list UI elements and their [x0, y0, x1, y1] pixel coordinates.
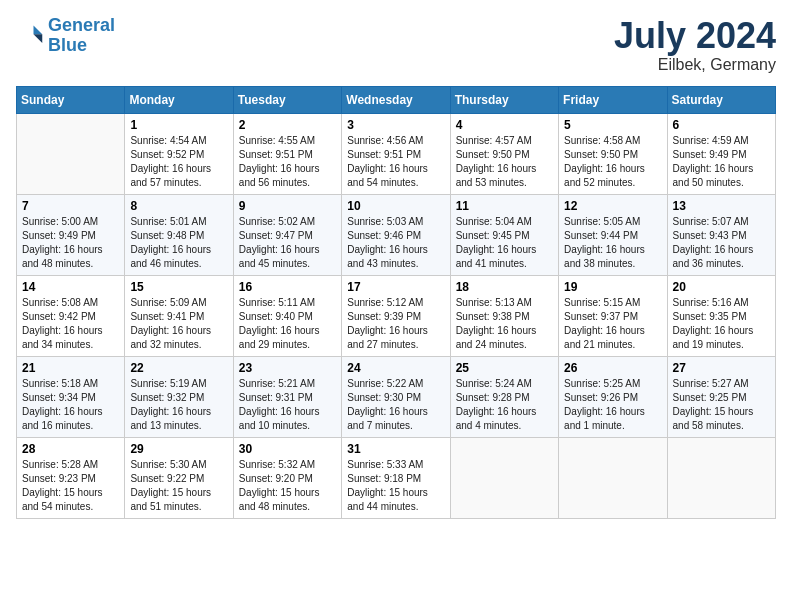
day-content: Sunrise: 5:33 AM Sunset: 9:18 PM Dayligh…	[347, 458, 444, 514]
day-number: 21	[22, 361, 119, 375]
day-content: Sunrise: 4:56 AM Sunset: 9:51 PM Dayligh…	[347, 134, 444, 190]
day-content: Sunrise: 5:12 AM Sunset: 9:39 PM Dayligh…	[347, 296, 444, 352]
calendar-cell: 31Sunrise: 5:33 AM Sunset: 9:18 PM Dayli…	[342, 437, 450, 518]
calendar-cell: 15Sunrise: 5:09 AM Sunset: 9:41 PM Dayli…	[125, 275, 233, 356]
calendar-cell: 25Sunrise: 5:24 AM Sunset: 9:28 PM Dayli…	[450, 356, 558, 437]
day-content: Sunrise: 5:01 AM Sunset: 9:48 PM Dayligh…	[130, 215, 227, 271]
day-content: Sunrise: 5:22 AM Sunset: 9:30 PM Dayligh…	[347, 377, 444, 433]
weekday-header-cell: Wednesday	[342, 86, 450, 113]
calendar-cell: 18Sunrise: 5:13 AM Sunset: 9:38 PM Dayli…	[450, 275, 558, 356]
day-content: Sunrise: 5:00 AM Sunset: 9:49 PM Dayligh…	[22, 215, 119, 271]
day-number: 12	[564, 199, 661, 213]
day-number: 9	[239, 199, 336, 213]
day-number: 8	[130, 199, 227, 213]
calendar-week-row: 21Sunrise: 5:18 AM Sunset: 9:34 PM Dayli…	[17, 356, 776, 437]
weekday-header-cell: Sunday	[17, 86, 125, 113]
day-number: 23	[239, 361, 336, 375]
day-content: Sunrise: 5:11 AM Sunset: 9:40 PM Dayligh…	[239, 296, 336, 352]
day-content: Sunrise: 5:09 AM Sunset: 9:41 PM Dayligh…	[130, 296, 227, 352]
weekday-header-cell: Monday	[125, 86, 233, 113]
calendar-cell: 1Sunrise: 4:54 AM Sunset: 9:52 PM Daylig…	[125, 113, 233, 194]
day-number: 25	[456, 361, 553, 375]
calendar-cell: 11Sunrise: 5:04 AM Sunset: 9:45 PM Dayli…	[450, 194, 558, 275]
calendar-cell: 20Sunrise: 5:16 AM Sunset: 9:35 PM Dayli…	[667, 275, 775, 356]
calendar-cell: 14Sunrise: 5:08 AM Sunset: 9:42 PM Dayli…	[17, 275, 125, 356]
day-content: Sunrise: 5:21 AM Sunset: 9:31 PM Dayligh…	[239, 377, 336, 433]
day-content: Sunrise: 5:27 AM Sunset: 9:25 PM Dayligh…	[673, 377, 770, 433]
location: Eilbek, Germany	[614, 56, 776, 74]
calendar-week-row: 7Sunrise: 5:00 AM Sunset: 9:49 PM Daylig…	[17, 194, 776, 275]
day-content: Sunrise: 5:19 AM Sunset: 9:32 PM Dayligh…	[130, 377, 227, 433]
month-title: July 2024	[614, 16, 776, 56]
day-number: 4	[456, 118, 553, 132]
day-content: Sunrise: 5:05 AM Sunset: 9:44 PM Dayligh…	[564, 215, 661, 271]
calendar-cell: 10Sunrise: 5:03 AM Sunset: 9:46 PM Dayli…	[342, 194, 450, 275]
day-content: Sunrise: 5:04 AM Sunset: 9:45 PM Dayligh…	[456, 215, 553, 271]
calendar-cell	[559, 437, 667, 518]
calendar-cell: 24Sunrise: 5:22 AM Sunset: 9:30 PM Dayli…	[342, 356, 450, 437]
calendar-table: SundayMondayTuesdayWednesdayThursdayFrid…	[16, 86, 776, 519]
day-content: Sunrise: 4:57 AM Sunset: 9:50 PM Dayligh…	[456, 134, 553, 190]
calendar-body: 1Sunrise: 4:54 AM Sunset: 9:52 PM Daylig…	[17, 113, 776, 518]
day-content: Sunrise: 5:08 AM Sunset: 9:42 PM Dayligh…	[22, 296, 119, 352]
calendar-cell: 23Sunrise: 5:21 AM Sunset: 9:31 PM Dayli…	[233, 356, 341, 437]
day-content: Sunrise: 5:24 AM Sunset: 9:28 PM Dayligh…	[456, 377, 553, 433]
day-content: Sunrise: 4:55 AM Sunset: 9:51 PM Dayligh…	[239, 134, 336, 190]
day-number: 6	[673, 118, 770, 132]
calendar-cell	[667, 437, 775, 518]
day-number: 27	[673, 361, 770, 375]
day-content: Sunrise: 4:54 AM Sunset: 9:52 PM Dayligh…	[130, 134, 227, 190]
calendar-cell	[17, 113, 125, 194]
day-number: 30	[239, 442, 336, 456]
day-number: 16	[239, 280, 336, 294]
day-number: 10	[347, 199, 444, 213]
day-number: 31	[347, 442, 444, 456]
calendar-cell: 4Sunrise: 4:57 AM Sunset: 9:50 PM Daylig…	[450, 113, 558, 194]
logo-icon	[16, 22, 44, 50]
day-content: Sunrise: 5:30 AM Sunset: 9:22 PM Dayligh…	[130, 458, 227, 514]
day-number: 26	[564, 361, 661, 375]
calendar-cell: 30Sunrise: 5:32 AM Sunset: 9:20 PM Dayli…	[233, 437, 341, 518]
weekday-header-cell: Tuesday	[233, 86, 341, 113]
day-number: 5	[564, 118, 661, 132]
calendar-cell: 22Sunrise: 5:19 AM Sunset: 9:32 PM Dayli…	[125, 356, 233, 437]
day-number: 7	[22, 199, 119, 213]
day-content: Sunrise: 5:25 AM Sunset: 9:26 PM Dayligh…	[564, 377, 661, 433]
day-content: Sunrise: 5:03 AM Sunset: 9:46 PM Dayligh…	[347, 215, 444, 271]
calendar-cell	[450, 437, 558, 518]
day-number: 22	[130, 361, 227, 375]
day-number: 18	[456, 280, 553, 294]
calendar-cell: 3Sunrise: 4:56 AM Sunset: 9:51 PM Daylig…	[342, 113, 450, 194]
day-number: 29	[130, 442, 227, 456]
calendar-cell: 2Sunrise: 4:55 AM Sunset: 9:51 PM Daylig…	[233, 113, 341, 194]
calendar-cell: 28Sunrise: 5:28 AM Sunset: 9:23 PM Dayli…	[17, 437, 125, 518]
day-content: Sunrise: 5:15 AM Sunset: 9:37 PM Dayligh…	[564, 296, 661, 352]
day-number: 24	[347, 361, 444, 375]
weekday-header-cell: Thursday	[450, 86, 558, 113]
day-number: 15	[130, 280, 227, 294]
day-number: 20	[673, 280, 770, 294]
calendar-cell: 6Sunrise: 4:59 AM Sunset: 9:49 PM Daylig…	[667, 113, 775, 194]
calendar-cell: 7Sunrise: 5:00 AM Sunset: 9:49 PM Daylig…	[17, 194, 125, 275]
calendar-cell: 12Sunrise: 5:05 AM Sunset: 9:44 PM Dayli…	[559, 194, 667, 275]
calendar-cell: 19Sunrise: 5:15 AM Sunset: 9:37 PM Dayli…	[559, 275, 667, 356]
calendar-cell: 16Sunrise: 5:11 AM Sunset: 9:40 PM Dayli…	[233, 275, 341, 356]
day-content: Sunrise: 5:16 AM Sunset: 9:35 PM Dayligh…	[673, 296, 770, 352]
logo: General Blue	[16, 16, 115, 56]
svg-marker-0	[34, 25, 43, 34]
calendar-cell: 13Sunrise: 5:07 AM Sunset: 9:43 PM Dayli…	[667, 194, 775, 275]
logo-text: General Blue	[48, 16, 115, 56]
day-content: Sunrise: 5:28 AM Sunset: 9:23 PM Dayligh…	[22, 458, 119, 514]
calendar-cell: 29Sunrise: 5:30 AM Sunset: 9:22 PM Dayli…	[125, 437, 233, 518]
day-number: 19	[564, 280, 661, 294]
calendar-week-row: 14Sunrise: 5:08 AM Sunset: 9:42 PM Dayli…	[17, 275, 776, 356]
day-number: 28	[22, 442, 119, 456]
calendar-week-row: 1Sunrise: 4:54 AM Sunset: 9:52 PM Daylig…	[17, 113, 776, 194]
calendar-cell: 5Sunrise: 4:58 AM Sunset: 9:50 PM Daylig…	[559, 113, 667, 194]
day-content: Sunrise: 4:59 AM Sunset: 9:49 PM Dayligh…	[673, 134, 770, 190]
page-header: General Blue July 2024 Eilbek, Germany	[16, 16, 776, 74]
calendar-cell: 9Sunrise: 5:02 AM Sunset: 9:47 PM Daylig…	[233, 194, 341, 275]
day-number: 17	[347, 280, 444, 294]
day-number: 14	[22, 280, 119, 294]
day-content: Sunrise: 5:07 AM Sunset: 9:43 PM Dayligh…	[673, 215, 770, 271]
